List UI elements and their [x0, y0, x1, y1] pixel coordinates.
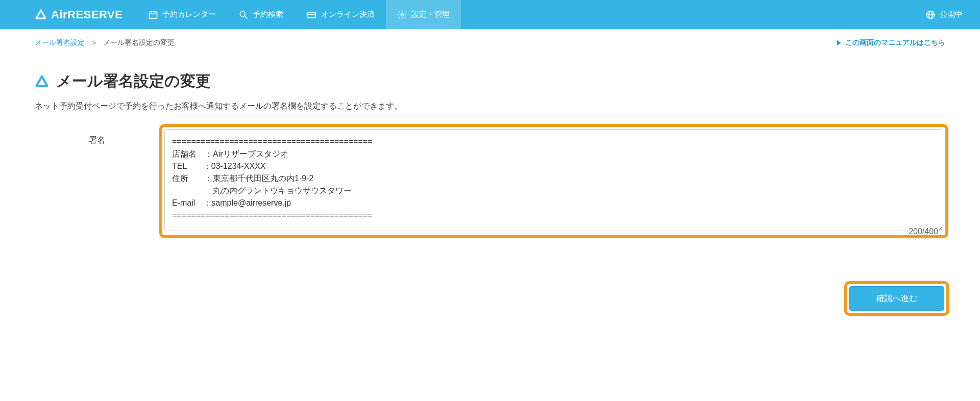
- header-spacer: [461, 0, 916, 29]
- publish-status[interactable]: 公開中: [916, 0, 980, 29]
- breadcrumb: メール署名設定 > メール署名設定の変更: [35, 38, 175, 47]
- header-left: AirRESERVE 予約カレンダー: [0, 0, 461, 29]
- confirm-button[interactable]: 確認へ進む: [849, 286, 944, 311]
- page-description: ネット予約受付ページで予約を行ったお客様へ通知するメールの署名欄を設定することが…: [0, 98, 980, 124]
- nav-calendar-label: 予約カレンダー: [162, 10, 216, 19]
- action-footer: 確認へ進む: [0, 238, 980, 316]
- publish-status-label: 公開中: [940, 10, 963, 19]
- breadcrumb-separator: >: [92, 39, 96, 47]
- signature-textarea[interactable]: [164, 129, 943, 231]
- title-triangle-icon: [35, 74, 49, 89]
- svg-rect-6: [307, 12, 316, 18]
- char-counter: 200/400: [909, 227, 938, 236]
- nav-search[interactable]: 予約検索: [227, 0, 295, 29]
- brand-triangle-icon: [35, 9, 51, 21]
- nav-payment-label: オンライン決済: [321, 10, 375, 19]
- svg-point-8: [401, 13, 404, 16]
- page-title-row: メール署名設定の変更: [0, 52, 980, 98]
- svg-point-4: [240, 11, 246, 16]
- nav-calendar[interactable]: 予約カレンダー: [137, 0, 227, 29]
- manual-link[interactable]: この画面のマニュアルはこちら: [836, 38, 945, 47]
- main-nav: 予約カレンダー 予約検索 オンライン決済: [137, 0, 461, 29]
- signature-form: 署名 200/400: [0, 124, 980, 238]
- nav-search-label: 予約検索: [253, 10, 283, 19]
- nav-settings[interactable]: 設定・管理: [386, 0, 461, 29]
- manual-link-label: この画面のマニュアルはこちら: [845, 38, 945, 47]
- card-icon: [306, 10, 317, 20]
- svg-line-5: [245, 16, 248, 18]
- breadcrumb-current: メール署名設定の変更: [103, 38, 175, 47]
- page-title: メール署名設定の変更: [56, 71, 211, 92]
- brand-name: AirRESERVE: [51, 8, 122, 21]
- app-header: AirRESERVE 予約カレンダー: [0, 0, 980, 29]
- confirm-highlight-frame: 確認へ進む: [844, 281, 949, 316]
- svg-rect-0: [150, 12, 157, 18]
- search-icon: [238, 10, 249, 20]
- brand-logo[interactable]: AirRESERVE: [0, 0, 137, 29]
- breadcrumb-parent[interactable]: メール署名設定: [35, 38, 85, 47]
- signature-label: 署名: [35, 124, 159, 146]
- nav-settings-label: 設定・管理: [411, 10, 450, 19]
- play-triangle-icon: [836, 40, 842, 46]
- signature-highlight-frame: 200/400: [159, 124, 948, 238]
- nav-payment[interactable]: オンライン決済: [295, 0, 386, 29]
- sub-bar: メール署名設定 > メール署名設定の変更 この画面のマニュアルはこちら: [0, 29, 980, 52]
- globe-icon: [925, 10, 936, 20]
- calendar-icon: [148, 10, 158, 20]
- gear-icon: [397, 10, 407, 20]
